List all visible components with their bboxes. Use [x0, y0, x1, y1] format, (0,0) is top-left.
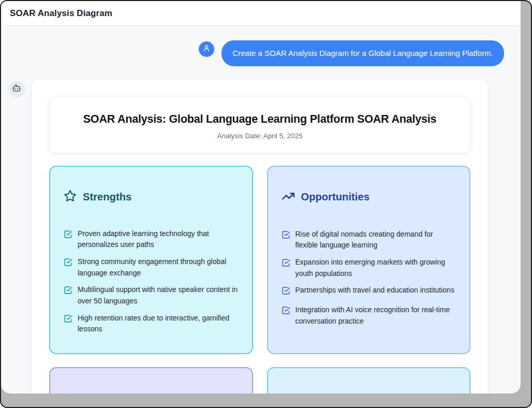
list-item: Integration with AI voice recognition fo…: [282, 304, 456, 327]
list-item: Rise of digital nomads creating demand f…: [282, 229, 456, 251]
star-icon: [64, 190, 77, 205]
list-item: High retention rates due to interactive,…: [64, 313, 239, 335]
report-header-card: SOAR Analysis: Global Language Learning …: [49, 96, 470, 153]
quadrant-card-partial-right: [267, 367, 471, 394]
list-item-text: Integration with AI voice recognition fo…: [295, 304, 456, 327]
app-content-panel: SOAR Analysis Diagram Create a SOAR Anal…: [1, 1, 521, 394]
list-item: Strong community engagement through glob…: [64, 256, 239, 279]
list-item-text: Partnerships with travel and education i…: [295, 285, 454, 299]
soar-report-card: SOAR Analysis: Global Language Learning …: [31, 79, 489, 394]
list-item-text: Rise of digital nomads creating demand f…: [295, 229, 456, 251]
list-item-text: High retention rates due to interactive,…: [78, 313, 239, 335]
list-item: Proven adaptive learning technology that…: [64, 228, 239, 251]
check-square-icon: [282, 230, 290, 251]
list-item-text: Expansion into emerging markets with gro…: [295, 257, 456, 279]
user-avatar: [199, 41, 214, 57]
user-message-row: Create a SOAR Analysis Diagram for a Glo…: [1, 40, 504, 66]
report-date: Analysis Date: April 5, 2025: [60, 132, 460, 140]
opportunities-title: Opportunities: [301, 191, 370, 203]
list-item: Multilingual support with native speaker…: [64, 284, 239, 307]
trending-up-icon: [282, 190, 295, 205]
check-square-icon: [64, 286, 72, 307]
opportunities-card: Opportunities Rise of digital nomads cre…: [267, 166, 471, 355]
chat-scroll-region[interactable]: Create a SOAR Analysis Diagram for a Glo…: [1, 26, 521, 394]
strengths-header: Strengths: [64, 190, 239, 205]
list-item: Expansion into emerging markets with gro…: [282, 257, 456, 279]
page-title: SOAR Analysis Diagram: [10, 8, 112, 19]
window-gutter-right: [520, 1, 531, 407]
app-header: SOAR Analysis Diagram: [1, 1, 521, 26]
strengths-card: Strengths Proven adaptive learning techn…: [49, 166, 253, 355]
report-title: SOAR Analysis: Global Language Learning …: [60, 113, 460, 126]
check-square-icon: [282, 258, 290, 279]
strengths-title: Strengths: [83, 191, 131, 203]
quadrant-card-partial-left: [49, 367, 253, 394]
user-icon: [202, 44, 211, 54]
strengths-list: Proven adaptive learning technology that…: [64, 228, 239, 336]
user-message-bubble: Create a SOAR Analysis Diagram for a Glo…: [221, 40, 504, 66]
list-item-text: Strong community engagement through glob…: [78, 256, 239, 279]
quadrant-grid: Strengths Proven adaptive learning techn…: [49, 166, 470, 394]
list-item: Partnerships with travel and education i…: [282, 285, 456, 299]
assistant-message-row: SOAR Analysis: Global Language Learning …: [8, 79, 521, 394]
check-square-icon: [64, 258, 72, 279]
bot-icon: [12, 83, 21, 95]
opportunities-list: Rise of digital nomads creating demand f…: [282, 229, 456, 327]
assistant-avatar: [8, 81, 25, 97]
check-square-icon: [64, 230, 72, 251]
window-gutter-bottom: [1, 392, 531, 407]
app-window: SOAR Analysis Diagram Create a SOAR Anal…: [0, 0, 532, 408]
list-item-text: Proven adaptive learning technology that…: [78, 228, 239, 251]
check-square-icon: [282, 286, 290, 299]
check-square-icon: [282, 306, 290, 327]
list-item-text: Multilingual support with native speaker…: [78, 284, 239, 307]
check-square-icon: [64, 314, 72, 335]
opportunities-header: Opportunities: [282, 190, 456, 205]
